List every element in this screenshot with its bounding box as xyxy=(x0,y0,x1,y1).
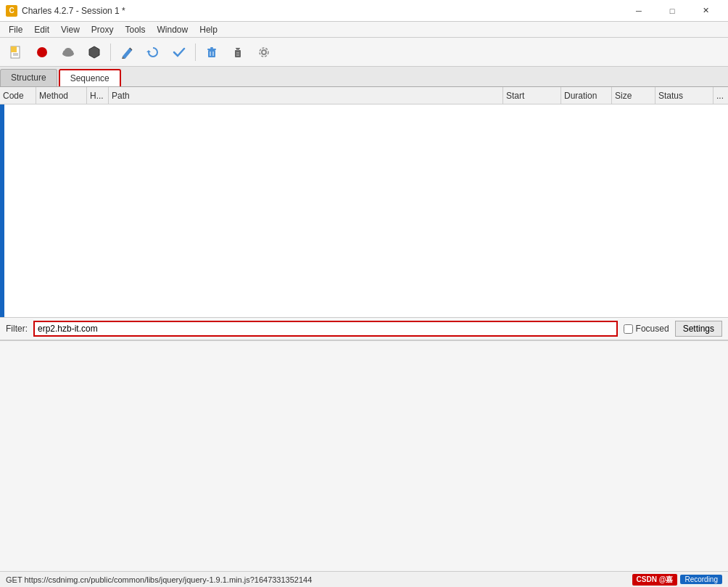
status-bar: GET https://csdnimg.cn/public/common/lib… xyxy=(0,571,728,587)
tab-sequence[interactable]: Sequence xyxy=(59,69,121,86)
menu-proxy[interactable]: Proxy xyxy=(86,22,120,38)
col-header-path[interactable]: Path xyxy=(109,87,503,104)
tab-bar: Structure Sequence xyxy=(0,67,728,87)
window-controls: ─ □ ✕ xyxy=(622,0,722,22)
col-header-duration[interactable]: Duration xyxy=(561,87,612,104)
col-header-code[interactable]: Code xyxy=(0,87,36,104)
window-title: Charles 4.2.7 - Session 1 * xyxy=(22,6,622,16)
tools-button[interactable] xyxy=(226,41,249,64)
menu-help[interactable]: Help xyxy=(194,22,223,38)
settings-toolbar-button[interactable] xyxy=(252,41,276,64)
col-header-method[interactable]: Method xyxy=(36,87,87,104)
col-header-size[interactable]: Size xyxy=(612,87,655,104)
toolbar-separator-1 xyxy=(110,44,111,61)
app-icon: C xyxy=(6,5,17,17)
svg-rect-1 xyxy=(11,46,17,52)
svg-rect-21 xyxy=(236,55,239,56)
table-header: Code Method H... Path Start Duration Siz… xyxy=(0,87,728,104)
svg-rect-19 xyxy=(236,52,239,53)
col-header-more[interactable]: ... xyxy=(713,87,728,104)
csdn-badge: CSDN @嘉 xyxy=(632,574,678,586)
filter-label: Filter: xyxy=(6,324,28,334)
focused-wrapper: Focused xyxy=(624,324,669,334)
clear-button[interactable] xyxy=(141,41,165,64)
menu-bar: File Edit View Proxy Tools Window Help xyxy=(0,22,728,38)
menu-edit[interactable]: Edit xyxy=(28,22,55,38)
menu-file[interactable]: File xyxy=(3,22,28,38)
tab-structure[interactable]: Structure xyxy=(0,69,57,86)
trash-button[interactable] xyxy=(200,41,223,64)
svg-rect-18 xyxy=(236,48,240,49)
svg-marker-9 xyxy=(89,46,99,58)
svg-point-22 xyxy=(262,50,266,54)
svg-point-8 xyxy=(65,48,72,54)
filter-input[interactable] xyxy=(33,321,618,337)
svg-marker-10 xyxy=(146,50,151,52)
focused-label: Focused xyxy=(636,324,669,334)
table-body[interactable] xyxy=(0,104,728,317)
menu-view[interactable]: View xyxy=(55,22,86,38)
menu-tools[interactable]: Tools xyxy=(120,22,152,38)
svg-point-4 xyxy=(37,47,47,57)
status-bar-text: GET https://csdnimg.cn/public/common/lib… xyxy=(6,575,632,584)
minimize-button[interactable]: ─ xyxy=(622,0,655,22)
title-bar: C Charles 4.2.7 - Session 1 * ─ □ ✕ xyxy=(0,0,728,22)
settings-button[interactable]: Settings xyxy=(675,321,722,337)
col-header-h[interactable]: H... xyxy=(87,87,109,104)
col-header-start[interactable]: Start xyxy=(503,87,561,104)
svg-rect-12 xyxy=(207,49,216,50)
toolbar xyxy=(0,38,728,67)
validate-button[interactable] xyxy=(167,41,191,64)
maximize-button[interactable]: □ xyxy=(655,0,689,22)
recording-badge: Recording xyxy=(680,575,722,584)
bottom-panel xyxy=(0,340,728,571)
rewrite-button[interactable] xyxy=(115,41,138,64)
col-header-status[interactable]: Status xyxy=(655,87,713,104)
new-session-button[interactable] xyxy=(4,41,28,64)
record-button[interactable] xyxy=(30,41,54,64)
main-content: Structure Sequence Code Method H... Path… xyxy=(0,67,728,571)
throttle-button[interactable] xyxy=(57,41,80,64)
toolbar-separator-2 xyxy=(195,44,196,61)
svg-rect-11 xyxy=(208,50,215,57)
focused-checkbox[interactable] xyxy=(624,324,633,334)
svg-point-23 xyxy=(260,48,268,57)
svg-rect-13 xyxy=(210,47,213,49)
close-button[interactable]: ✕ xyxy=(689,0,722,22)
status-bar-right: CSDN @嘉 Recording xyxy=(632,574,722,586)
menu-window[interactable]: Window xyxy=(152,22,194,38)
breakpoints-button[interactable] xyxy=(83,41,106,64)
svg-rect-20 xyxy=(236,54,239,54)
left-accent-bar xyxy=(0,104,4,317)
filter-bar: Filter: Focused Settings xyxy=(0,317,728,340)
